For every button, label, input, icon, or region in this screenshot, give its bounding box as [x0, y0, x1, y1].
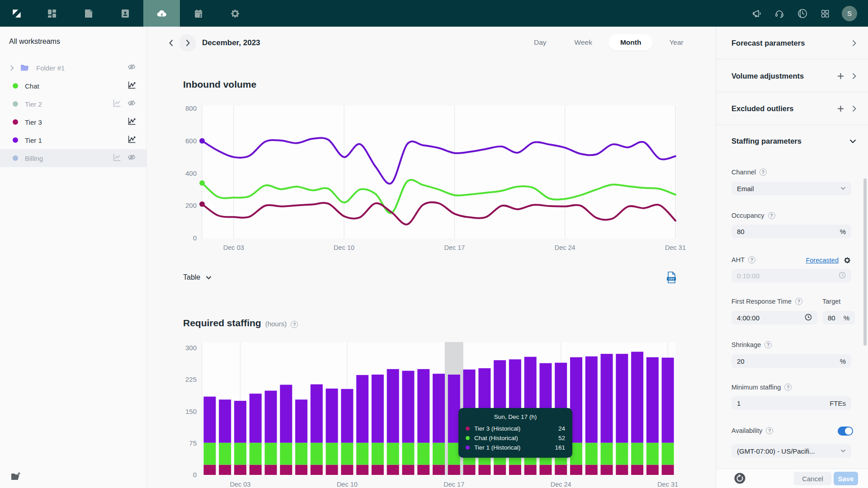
tab-month[interactable]: Month	[609, 34, 653, 51]
workstreams-sidebar: All workstreams Folder #1	[0, 27, 147, 488]
forecast-main-area: December, 2023 Day Week Month Year Inbou…	[147, 27, 716, 488]
section-forecast-parameters[interactable]: Forecast parameters	[731, 37, 856, 49]
apps-grid-icon[interactable]	[820, 9, 830, 19]
min-staffing-input[interactable]: 1 FTEs	[731, 396, 851, 410]
svg-text:150: 150	[185, 408, 197, 415]
line-chart-icon[interactable]	[127, 135, 136, 145]
tab-week[interactable]: Week	[563, 34, 604, 51]
min-staffing-unit: FTEs	[830, 399, 846, 407]
announcements-icon[interactable]	[751, 8, 762, 19]
support-headset-icon[interactable]	[774, 8, 785, 19]
sidebar-item-tier-3[interactable]: Tier 3	[0, 113, 147, 131]
previous-period-button[interactable]	[165, 37, 177, 49]
nav-files-icon[interactable]	[70, 0, 107, 27]
next-period-button[interactable]	[179, 34, 196, 52]
svg-text:200: 200	[185, 202, 197, 209]
tab-year[interactable]: Year	[657, 34, 695, 51]
line-chart-icon[interactable]	[113, 153, 121, 164]
section-excluded-outliers[interactable]: Excluded outliers	[731, 102, 856, 115]
sidebar-item-tier-2[interactable]: Tier 2	[0, 95, 147, 113]
line-chart-icon[interactable]	[113, 99, 121, 109]
table-dropdown[interactable]: Table	[183, 273, 212, 282]
nav-agents-icon[interactable]	[107, 0, 143, 27]
target-value: 80	[828, 314, 835, 322]
panel-footer: Cancel Save	[716, 469, 868, 488]
svg-text:Dec 03: Dec 03	[223, 244, 244, 251]
chevron-right-icon[interactable]	[10, 65, 14, 71]
undo-icon[interactable]	[734, 472, 746, 486]
channel-value: Email	[737, 185, 754, 192]
tooltip-row: Tier 3 (Historical) 24	[466, 424, 565, 433]
clock-icon	[805, 314, 812, 322]
series-color-dot	[466, 427, 470, 431]
frt-input[interactable]: 4:00:00	[731, 311, 817, 324]
eye-hidden-icon[interactable]	[127, 62, 136, 73]
tooltip-series-label: Chat (Historical)	[474, 435, 518, 441]
line-chart-icon[interactable]	[127, 81, 136, 91]
add-icon[interactable]	[837, 105, 844, 112]
section-volume-adjustments[interactable]: Volume adjustments	[731, 70, 856, 82]
shrinkage-input[interactable]: 20 %	[731, 354, 851, 368]
sidebar-item-label: Chat	[25, 82, 39, 90]
timezone-globe-icon[interactable]	[797, 8, 808, 19]
target-input[interactable]: 80 %	[822, 311, 855, 324]
chevron-down-icon[interactable]	[849, 139, 856, 143]
section-title: Volume adjustments	[731, 72, 804, 80]
help-icon[interactable]: ?	[784, 384, 792, 391]
sidebar-item-label: Billing	[25, 155, 43, 162]
eye-hidden-icon[interactable]	[127, 99, 136, 109]
svg-text:Dec 24: Dec 24	[551, 481, 571, 488]
occupancy-value: 80	[737, 228, 745, 235]
workstream-color-dot	[13, 101, 18, 107]
gear-icon[interactable]	[843, 256, 851, 264]
svg-text:0: 0	[193, 234, 197, 242]
help-icon[interactable]: ?	[764, 341, 772, 348]
line-chart-icon[interactable]	[127, 117, 136, 127]
avatar[interactable]: S	[842, 6, 857, 21]
chevron-right-icon[interactable]	[852, 73, 856, 80]
save-button[interactable]: Save	[834, 472, 858, 485]
help-icon[interactable]: ?	[760, 169, 767, 176]
occupancy-input[interactable]: 80 %	[731, 225, 851, 238]
section-staffing-parameters[interactable]: Staffing parameters	[731, 135, 856, 147]
panel-scrollbar[interactable]	[863, 178, 867, 346]
period-label: December, 2023	[202, 38, 260, 47]
sidebar-item-folder-1[interactable]: Folder #1	[0, 59, 147, 77]
add-folder-icon[interactable]	[11, 472, 21, 483]
forecasted-link[interactable]: Forecasted	[806, 257, 839, 264]
svg-text:600: 600	[185, 137, 197, 145]
eye-hidden-icon[interactable]	[127, 153, 136, 164]
frt-value: 4:00:00	[737, 314, 760, 322]
nav-dashboard-icon[interactable]	[33, 0, 70, 27]
channel-select[interactable]: Email	[731, 182, 851, 195]
tab-day[interactable]: Day	[522, 34, 558, 51]
help-icon[interactable]: ?	[795, 298, 802, 305]
svg-text:800: 800	[185, 104, 197, 112]
help-icon[interactable]: ?	[291, 321, 298, 328]
min-staffing-value: 1	[737, 399, 741, 407]
app: 2	[0, 0, 868, 488]
nav-schedule-icon[interactable]: 2	[180, 0, 217, 27]
download-csv-icon[interactable]: CSV	[666, 272, 677, 285]
chevron-right-icon[interactable]	[852, 105, 856, 112]
sidebar-item-billing[interactable]: Billing	[0, 149, 147, 167]
timezone-select[interactable]: (GMT-07:00) - US/Pacifi...	[731, 444, 851, 458]
nav-settings-icon[interactable]	[217, 0, 253, 27]
cancel-button[interactable]: Cancel	[794, 472, 831, 485]
folder-icon	[20, 64, 29, 72]
aht-value: 0:10:00	[737, 272, 760, 280]
inbound-volume-chart[interactable]: 0200400600800Dec 03Dec 10Dec 17Dec 24Dec…	[179, 103, 694, 254]
aht-input[interactable]: 0:10:00	[731, 269, 851, 282]
add-icon[interactable]	[837, 73, 844, 80]
tooltip-series-value: 52	[558, 435, 565, 441]
help-icon[interactable]: ?	[768, 212, 775, 219]
sidebar-item-chat[interactable]: Chat	[0, 77, 147, 95]
availability-toggle[interactable]	[838, 427, 853, 436]
chevron-right-icon[interactable]	[852, 40, 856, 47]
nav-forecast-icon[interactable]	[143, 0, 180, 27]
required-staffing-chart[interactable]: 075150225300Dec 03Dec 10Dec 17Dec 24Dec …	[179, 339, 694, 488]
help-icon[interactable]: ?	[766, 427, 773, 434]
help-icon[interactable]: ?	[748, 256, 755, 263]
zendesk-logo[interactable]	[0, 0, 33, 27]
sidebar-item-tier-1[interactable]: Tier 1	[0, 131, 147, 149]
